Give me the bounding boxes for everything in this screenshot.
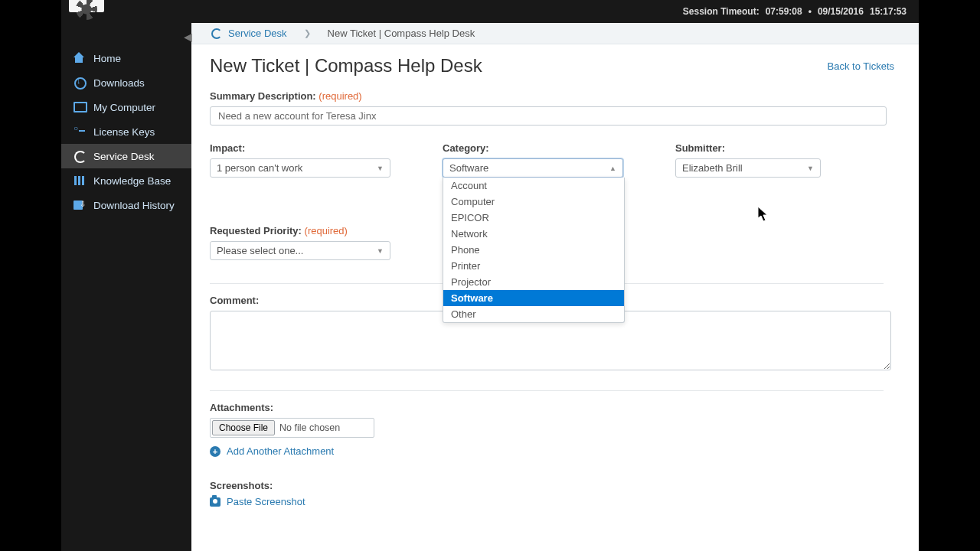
- status-bar: Session Timeout: 07:59:08 • 09/15/2016 1…: [61, 0, 919, 23]
- category-option-other[interactable]: Other: [443, 306, 624, 322]
- sidebar-item-service-desk[interactable]: Service Desk: [61, 144, 191, 168]
- sidebar-item-downloads[interactable]: Downloads: [61, 70, 191, 95]
- submitter-label: Submitter:: [675, 142, 821, 154]
- category-option-epicor[interactable]: EPICOR: [443, 210, 624, 226]
- sidebar-item-label: Downloads: [93, 77, 145, 89]
- required-marker: (required): [305, 225, 348, 236]
- impact-label: Impact:: [210, 142, 390, 154]
- impact-select[interactable]: 1 person can't work ▼: [210, 158, 390, 178]
- monitor-icon: [74, 101, 86, 113]
- file-input-row: Choose File No file chosen: [210, 418, 374, 438]
- page-title: New Ticket | Compass Help Desk: [210, 55, 482, 77]
- chevron-up-icon: ▲: [609, 165, 616, 172]
- priority-select[interactable]: Please select one... ▼: [210, 241, 390, 260]
- key-icon: [74, 126, 86, 138]
- chevron-down-icon: ▼: [377, 165, 384, 172]
- paste-screenshot-link[interactable]: Paste Screenshot: [210, 496, 894, 507]
- required-marker: (required): [318, 90, 361, 102]
- file-none-text: No file chosen: [279, 422, 340, 433]
- category-option-software[interactable]: Software: [443, 290, 624, 306]
- sidebar-item-download-history[interactable]: Download History: [61, 193, 191, 217]
- sidebar-item-label: Home: [93, 53, 121, 64]
- chevron-down-icon: ▼: [807, 165, 814, 172]
- category-option-account[interactable]: Account: [443, 178, 624, 194]
- category-dropdown: Account Computer EPICOR Network Phone Pr…: [443, 178, 625, 323]
- category-option-network[interactable]: Network: [443, 226, 624, 242]
- sidebar-item-license-keys[interactable]: License Keys: [61, 119, 191, 144]
- sidebar-item-label: Knowledge Base: [93, 175, 171, 187]
- service-desk-icon: [74, 150, 86, 162]
- status-sep: •: [808, 6, 812, 17]
- category-label: Category:: [443, 142, 623, 154]
- summary-input[interactable]: [210, 106, 887, 126]
- breadcrumb-separator: ❯: [304, 28, 311, 38]
- category-option-projector[interactable]: Projector: [443, 274, 624, 290]
- category-option-computer[interactable]: Computer: [443, 194, 624, 210]
- knowledge-base-icon: [74, 174, 86, 187]
- breadcrumb: Service Desk ❯ New Ticket | Compass Help…: [191, 23, 919, 44]
- submitter-select[interactable]: Elizabeth Brill ▼: [675, 158, 821, 178]
- download-history-icon: [74, 199, 86, 211]
- section-divider: [210, 390, 884, 391]
- summary-label: Summary Description: (required): [210, 90, 894, 102]
- camera-icon: [210, 497, 220, 507]
- app-logo: [69, 0, 104, 12]
- sidebar-item-label: Download History: [93, 200, 175, 211]
- breadcrumb-current: New Ticket | Compass Help Desk: [328, 28, 475, 39]
- sidebar-item-label: License Keys: [93, 126, 155, 138]
- sidebar-item-label: My Computer: [93, 102, 155, 113]
- sidebar-item-my-computer[interactable]: My Computer: [61, 95, 191, 119]
- add-attachment-link[interactable]: + Add Another Attachment: [210, 445, 894, 457]
- category-value: Software: [449, 162, 488, 174]
- category-option-printer[interactable]: Printer: [443, 258, 624, 274]
- chevron-down-icon: ▼: [377, 247, 384, 255]
- status-time: 15:17:53: [870, 6, 906, 17]
- category-select[interactable]: Software ▲ Account Computer EPICOR Netwo…: [443, 158, 623, 178]
- priority-value: Please select one...: [217, 245, 303, 256]
- plus-icon: +: [210, 446, 220, 457]
- sidebar-item-label: Service Desk: [93, 151, 155, 162]
- category-option-phone[interactable]: Phone: [443, 242, 624, 258]
- session-timeout-value: 07:59:08: [766, 6, 802, 17]
- breadcrumb-icon: [211, 28, 222, 39]
- screenshots-label: Screenshots:: [210, 480, 894, 491]
- sidebar-collapse-handle[interactable]: ◀: [184, 31, 193, 41]
- breadcrumb-root[interactable]: Service Desk: [228, 28, 287, 39]
- choose-file-button[interactable]: Choose File: [212, 420, 275, 435]
- impact-value: 1 person can't work: [217, 162, 302, 174]
- back-to-tickets-link[interactable]: Back to Tickets: [828, 60, 894, 72]
- status-date: 09/15/2016: [818, 6, 864, 17]
- home-icon: [74, 52, 86, 64]
- attachments-label: Attachments:: [210, 402, 894, 413]
- session-timeout-label: Session Timeout:: [683, 6, 760, 17]
- sidebar-item-knowledge-base[interactable]: Knowledge Base: [61, 168, 191, 193]
- sidebar: Home Downloads My Computer License Keys …: [61, 23, 191, 551]
- sidebar-item-home[interactable]: Home: [61, 46, 191, 70]
- download-icon: [74, 77, 86, 89]
- submitter-value: Elizabeth Brill: [682, 162, 743, 174]
